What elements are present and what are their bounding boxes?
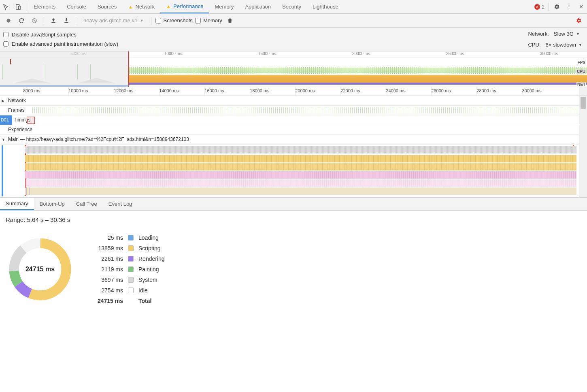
disable-js-samples-checkbox[interactable]: Disable JavaScript samples <box>3 32 118 38</box>
legend-swatch <box>128 277 134 283</box>
gear-icon[interactable] <box>551 0 563 14</box>
details-tab-call-tree[interactable]: Call Tree <box>70 198 103 210</box>
network-throttle-select[interactable]: Slow 3G ▼ <box>552 30 581 38</box>
close-icon[interactable]: ✕ <box>575 0 587 14</box>
tab-application[interactable]: Application <box>239 0 276 13</box>
memory-checkbox-input[interactable] <box>195 18 201 23</box>
advanced-paint-label: Enable advanced paint instrumentation (s… <box>12 41 118 47</box>
tab-label: Network <box>136 4 155 10</box>
legend-label: Idle <box>138 287 165 294</box>
ruler-tick: 30000 ms <box>522 88 541 93</box>
recording-select-label: heavy-ads.glitch.me #1 <box>83 17 138 23</box>
tab-sources[interactable]: Sources <box>92 0 123 13</box>
gc-button[interactable] <box>225 15 235 26</box>
divider <box>44 17 44 25</box>
track-timings[interactable]: DCL Timings <box>0 115 579 125</box>
device-toggle-icon[interactable] <box>12 0 24 14</box>
ruler-tick: 8000 ms <box>23 88 40 93</box>
chevron-down-icon: ▼ <box>576 32 580 36</box>
memory-checkbox[interactable]: Memory <box>195 17 222 23</box>
legend-label: Painting <box>138 266 165 273</box>
disable-js-input[interactable] <box>3 32 9 37</box>
vertical-scrollbar[interactable] <box>579 96 587 197</box>
error-badge[interactable]: ✕ 1 <box>534 4 544 10</box>
ruler-tick: 28000 ms <box>476 88 496 93</box>
scrollbar-thumb[interactable] <box>581 97 586 109</box>
ruler-tick: 10000 ms <box>68 88 88 93</box>
tab-elements[interactable]: Elements <box>28 0 61 13</box>
network-throttle-value: Slow 3G <box>554 31 574 37</box>
warning-icon: ▲ <box>128 4 133 10</box>
ruler-tick: 20000 ms <box>295 88 315 93</box>
chevron-down-icon: ▼ <box>578 43 582 47</box>
ruler-tick: 24000 ms <box>386 88 405 93</box>
tracks-panel[interactable]: ▶ Network Frames DCL Timings Experience … <box>0 96 587 198</box>
track-main[interactable]: ▼ Main — https://heavy-ads.glitch.me/?ad… <box>0 135 579 145</box>
details-tab-event-log[interactable]: Event Log <box>103 198 138 210</box>
legend-value: 2261 ms <box>91 256 123 262</box>
legend-label: System <box>138 277 165 283</box>
tab-label: Sources <box>98 4 117 10</box>
screenshots-checkbox-input[interactable] <box>155 18 161 23</box>
legend-total-label: Total <box>138 298 165 304</box>
timeline-ruler[interactable]: 8000 ms10000 ms12000 ms14000 ms16000 ms1… <box>0 87 587 96</box>
screenshots-label: Screenshots <box>164 17 193 23</box>
details-tab-summary[interactable]: Summary <box>0 198 34 210</box>
tab-network[interactable]: ▲Network <box>123 0 161 13</box>
warning-icon: ▲ <box>166 4 171 9</box>
legend-value: 3697 ms <box>91 277 123 283</box>
tab-label: Performance <box>173 3 203 9</box>
tab-label: Elements <box>34 4 55 10</box>
overview-tick: 20000 ms <box>352 51 370 56</box>
legend-swatch <box>128 235 134 241</box>
collapse-icon[interactable]: ▼ <box>2 138 5 142</box>
reload-record-button[interactable] <box>16 15 27 26</box>
svg-point-2 <box>6 19 10 22</box>
svg-rect-5 <box>64 22 68 23</box>
divider <box>76 17 76 25</box>
divider <box>549 3 549 11</box>
summary-panel: Range: 5.64 s – 30.36 s 24715 ms 25 msLo… <box>0 211 587 392</box>
inspect-icon[interactable] <box>0 0 12 14</box>
track-network[interactable]: ▶ Network <box>0 96 579 106</box>
screenshots-checkbox[interactable]: Screenshots <box>155 17 193 23</box>
more-icon[interactable]: ⋮ <box>563 0 575 14</box>
network-throttle-label: Network: <box>528 31 549 37</box>
track-experience-label: Experience <box>8 127 32 132</box>
cpu-throttle-select[interactable]: 6× slowdown ▼ <box>544 41 584 49</box>
ruler-tick: 26000 ms <box>431 88 451 93</box>
expand-icon[interactable]: ▶ <box>2 99 4 103</box>
net-lane-label: NET <box>576 82 586 87</box>
clear-button[interactable] <box>29 15 40 26</box>
save-profile-button[interactable] <box>61 15 72 26</box>
overview-selection[interactable] <box>0 51 129 87</box>
ruler-tick: 14000 ms <box>159 88 179 93</box>
tab-console[interactable]: Console <box>61 0 92 13</box>
flame-chart[interactable] <box>0 145 579 197</box>
tab-lighthouse[interactable]: Lighthouse <box>307 0 344 13</box>
summary-donut-chart: 24715 ms <box>6 235 74 304</box>
tab-performance[interactable]: ▲Performance <box>160 0 209 13</box>
summary-legend: 25 msLoading13859 msScripting2261 msRend… <box>91 234 165 304</box>
overview-tick: 25000 ms <box>446 51 464 56</box>
capture-settings-button[interactable] <box>573 15 584 26</box>
record-button[interactable] <box>3 15 14 26</box>
details-tab-bottom-up[interactable]: Bottom-Up <box>34 198 70 210</box>
performance-toolbar: heavy-ads.glitch.me #1 ▼ Screenshots Mem… <box>0 14 587 28</box>
legend-label: Loading <box>138 234 165 241</box>
ruler-tick: 22000 ms <box>340 88 360 93</box>
devtools-tab-bar: ElementsConsoleSources▲Network▲Performan… <box>0 0 587 14</box>
recording-select[interactable]: heavy-ads.glitch.me #1 ▼ <box>80 16 147 25</box>
load-profile-button[interactable] <box>48 15 59 26</box>
advanced-paint-input[interactable] <box>3 41 9 47</box>
tab-security[interactable]: Security <box>276 0 307 13</box>
donut-total: 24715 ms <box>26 266 55 273</box>
track-experience[interactable]: Experience <box>0 125 579 135</box>
overview-panel[interactable]: 5000 ms10000 ms15000 ms20000 ms25000 ms3… <box>0 51 587 87</box>
tab-memory[interactable]: Memory <box>209 0 240 13</box>
advanced-paint-checkbox[interactable]: Enable advanced paint instrumentation (s… <box>3 41 118 47</box>
legend-value: 2754 ms <box>91 287 123 294</box>
track-frames[interactable]: Frames <box>0 106 579 115</box>
chevron-down-icon: ▼ <box>140 19 144 23</box>
error-count: 1 <box>542 4 544 10</box>
